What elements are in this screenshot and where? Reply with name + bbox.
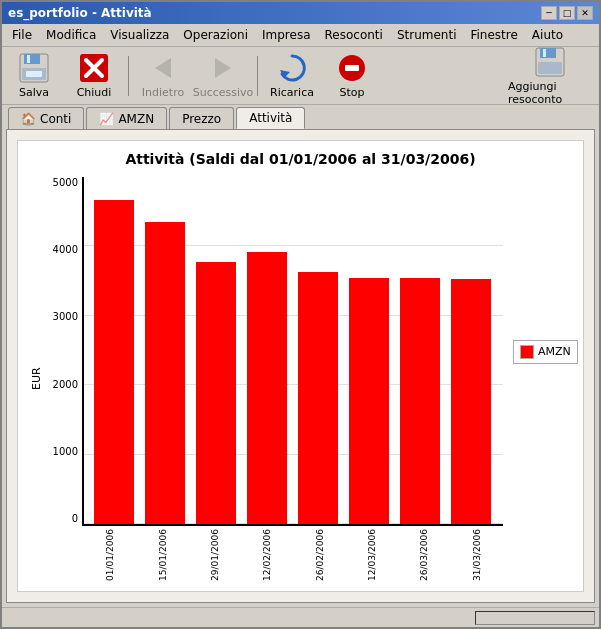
bars-container: [84, 177, 499, 524]
bar-4: [298, 272, 338, 524]
x-label-5: 12/03/2006: [367, 526, 377, 581]
close-red-icon: [78, 52, 110, 84]
menu-finestre[interactable]: Finestre: [464, 26, 523, 44]
tabs-bar: 🏠 Conti 📈 AMZN Prezzo Attività: [2, 105, 599, 129]
y-tick-2000: 2000: [44, 379, 82, 390]
bar-6: [400, 278, 440, 524]
tab-conti[interactable]: 🏠 Conti: [8, 107, 84, 129]
main-window: es_portfolio - Attività ─ □ ✕ File Modif…: [0, 0, 601, 629]
menu-resoconti[interactable]: Resoconti: [319, 26, 389, 44]
bar-col-1: [141, 181, 189, 524]
chiudi-label: Chiudi: [77, 86, 112, 99]
toolbar-sep-2: [257, 56, 258, 96]
stop-label: Stop: [339, 86, 364, 99]
svg-marker-9: [215, 58, 231, 78]
ricarica-label: Ricarica: [270, 86, 314, 99]
menu-operazioni[interactable]: Operazioni: [177, 26, 254, 44]
successivo-label: Successivo: [193, 86, 254, 99]
toolbar: Salva Chiudi Indietro: [2, 47, 599, 105]
indietro-button[interactable]: Indietro: [135, 50, 191, 102]
bar-col-6: [396, 181, 444, 524]
svg-rect-14: [540, 48, 556, 58]
svg-rect-16: [538, 62, 562, 74]
menubar: File Modifica Visualizza Operazioni Impr…: [2, 24, 599, 47]
menu-impresa[interactable]: Impresa: [256, 26, 317, 44]
legend-label-amzn: AMZN: [538, 345, 571, 358]
salva-label: Salva: [19, 86, 49, 99]
stop-red-icon: [336, 52, 368, 84]
content-area: Attività (Saldi dal 01/01/2006 al 31/03/…: [6, 129, 595, 603]
x-label-2: 29/01/2006: [210, 526, 220, 581]
menu-file[interactable]: File: [6, 26, 38, 44]
y-axis-label: EUR: [28, 177, 44, 581]
menu-aiuto[interactable]: Aiuto: [526, 26, 569, 44]
bar-col-3: [243, 181, 291, 524]
bar-2: [196, 262, 236, 524]
bar-0: [94, 200, 134, 524]
chiudi-button[interactable]: Chiudi: [66, 50, 122, 102]
bar-col-7: [447, 181, 495, 524]
statusbar-panel: [475, 611, 595, 625]
x-label-7: 31/03/2006: [472, 526, 482, 581]
legend-area: AMZN: [503, 177, 573, 526]
y-tick-5000: 5000: [44, 177, 82, 188]
bar-1: [145, 222, 185, 524]
maximize-button[interactable]: □: [559, 6, 575, 20]
x-label-0: 01/01/2006: [105, 526, 115, 581]
y-tick-1000: 1000: [44, 446, 82, 457]
menu-strumenti[interactable]: Strumenti: [391, 26, 463, 44]
svg-rect-15: [543, 49, 546, 57]
x-labels-row: 01/01/2006 15/01/2006 29/01/2006 12/02/2…: [44, 526, 573, 581]
svg-rect-1: [24, 54, 40, 64]
tab-prezzo[interactable]: Prezzo: [169, 107, 234, 129]
bar-col-0: [90, 181, 138, 524]
aggiungi-resoconto-label: Aggiungi resoconto: [508, 80, 592, 106]
successivo-button[interactable]: Successivo: [195, 50, 251, 102]
bar-7: [451, 279, 491, 524]
y-tick-4000: 4000: [44, 244, 82, 255]
forward-icon: [207, 52, 239, 84]
ricarica-button[interactable]: Ricarica: [264, 50, 320, 102]
add-report-icon: [534, 46, 566, 78]
toolbar-sep-1: [128, 56, 129, 96]
chart-container: Attività (Saldi dal 01/01/2006 al 31/03/…: [17, 140, 584, 592]
x-label-1: 15/01/2006: [158, 526, 168, 581]
save-icon: [18, 52, 50, 84]
x-label-6: 26/03/2006: [419, 526, 429, 581]
salva-button[interactable]: Salva: [6, 50, 62, 102]
window-title: es_portfolio - Attività: [8, 6, 152, 20]
tab-attivita[interactable]: Attività: [236, 107, 305, 129]
y-tick-0: 0: [44, 513, 82, 524]
menu-visualizza[interactable]: Visualizza: [104, 26, 175, 44]
stock-icon: 📈: [99, 112, 114, 126]
legend-color-amzn: [520, 345, 534, 359]
close-button[interactable]: ✕: [577, 6, 593, 20]
tab-amzn[interactable]: 📈 AMZN: [86, 107, 167, 129]
menu-modifica[interactable]: Modifica: [40, 26, 102, 44]
stop-button[interactable]: Stop: [324, 50, 380, 102]
bar-5: [349, 278, 389, 524]
bar-col-5: [345, 181, 393, 524]
svg-marker-8: [155, 58, 171, 78]
title-bar: es_portfolio - Attività ─ □ ✕: [2, 2, 599, 24]
minimize-button[interactable]: ─: [541, 6, 557, 20]
y-tick-3000: 3000: [44, 311, 82, 322]
chart-title: Attività (Saldi dal 01/01/2006 al 31/03/…: [28, 151, 573, 167]
bar-col-2: [192, 181, 240, 524]
indietro-label: Indietro: [142, 86, 184, 99]
svg-rect-2: [27, 55, 30, 63]
aggiungi-resoconto-button[interactable]: Aggiungi resoconto: [505, 50, 595, 102]
back-icon: [147, 52, 179, 84]
x-label-3: 12/02/2006: [262, 526, 272, 581]
legend-item-amzn: AMZN: [513, 340, 578, 364]
bar-3: [247, 252, 287, 524]
home-icon: 🏠: [21, 112, 36, 126]
statusbar: [2, 607, 599, 627]
x-label-4: 26/02/2006: [315, 526, 325, 581]
bar-col-4: [294, 181, 342, 524]
svg-rect-12: [345, 65, 359, 71]
svg-rect-4: [26, 71, 42, 77]
toolbar-right: Aggiungi resoconto: [505, 50, 595, 102]
chart-plot-area: [82, 177, 503, 526]
title-bar-buttons: ─ □ ✕: [541, 6, 593, 20]
